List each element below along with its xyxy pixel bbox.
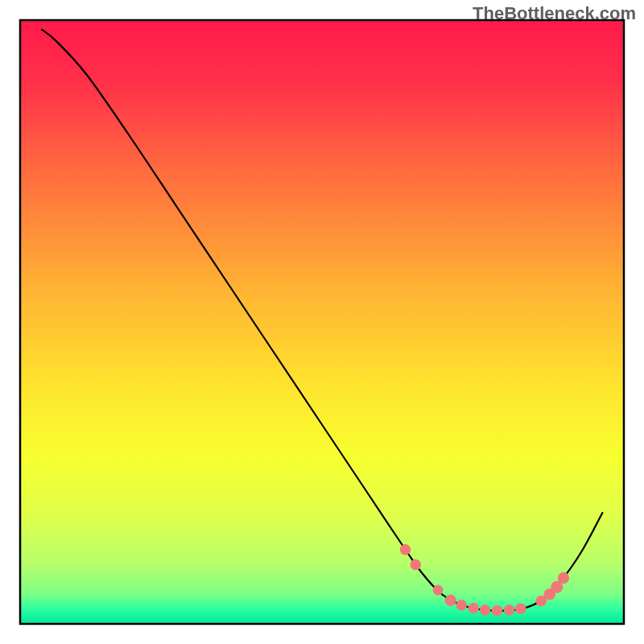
marker-dot	[515, 604, 526, 615]
chart-svg	[0, 0, 644, 644]
marker-dot	[469, 603, 480, 614]
marker-dot	[492, 605, 503, 617]
chart-canvas: TheBottleneck.com	[0, 0, 644, 644]
marker-dot	[400, 544, 411, 555]
marker-dot	[433, 585, 444, 596]
marker-dot	[504, 605, 515, 616]
marker-dot	[558, 572, 569, 584]
gradient-background	[20, 20, 624, 624]
marker-dot	[411, 559, 422, 571]
marker-dot	[445, 595, 456, 606]
marker-dot	[456, 600, 468, 611]
watermark-text: TheBottleneck.com	[473, 3, 636, 24]
marker-dot	[480, 605, 491, 616]
